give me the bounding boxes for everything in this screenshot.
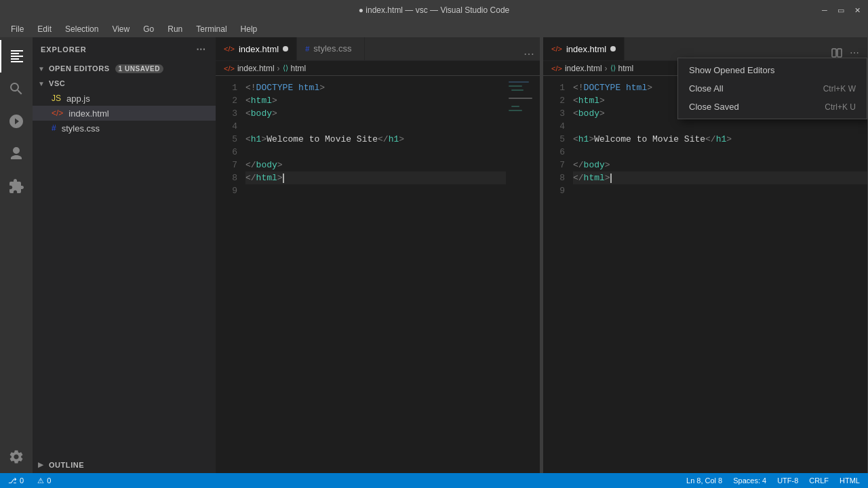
activity-extensions[interactable] [0, 170, 33, 203]
file-index-html[interactable]: </> index.html [33, 106, 216, 121]
new-file-icon[interactable]: ⋯ [194, 43, 208, 56]
svg-rect-1 [509, 85, 522, 87]
activity-git[interactable] [0, 105, 33, 138]
activity-debug[interactable] [0, 138, 33, 170]
code-editor-left[interactable]: 1234 56789 <!DOCTYPE html><html><body><h… [216, 76, 540, 473]
menu-run[interactable]: Run [162, 23, 188, 35]
status-errors[interactable]: ⚠ 0 [35, 476, 54, 485]
maximize-button[interactable]: ▭ [835, 5, 846, 16]
status-cursor[interactable]: Ln 8, Col 8 [684, 476, 725, 485]
editor-pane-left: </> index.html # styles.css ⋯ </> index.… [216, 37, 540, 473]
git-branch-icon: ⎇ [8, 476, 17, 485]
tab-label-index-html-right: index.html [566, 44, 606, 54]
status-language-label: HTML [840, 476, 860, 485]
breadcrumb-tag-right: html [618, 64, 634, 73]
menu-selection[interactable]: Selection [60, 23, 104, 35]
status-errors-label: 0 [47, 476, 51, 485]
js-file-icon: JS [52, 94, 61, 103]
dropdown-show-opened-editors[interactable]: Show Opened Editors [678, 61, 867, 79]
dropdown-close-all-shortcut: Ctrl+K W [823, 84, 856, 94]
dropdown-close-saved[interactable]: Close Saved Ctrl+K U [678, 98, 867, 116]
dropdown-close-saved-label: Close Saved [689, 102, 739, 112]
tab-index-html-left[interactable]: </> index.html [216, 37, 297, 60]
menu-view[interactable]: View [106, 23, 135, 35]
unsaved-badge: 1 UNSAVED [115, 64, 163, 73]
menu-terminal[interactable]: Terminal [191, 23, 232, 35]
svg-rect-6 [832, 49, 836, 57]
tab-file-icon-html-right: </> [551, 45, 562, 53]
file-index-html-label: index.html [68, 108, 108, 119]
status-encoding[interactable]: UTF-8 [774, 476, 801, 485]
status-eol-label: CRLF [809, 476, 829, 485]
breadcrumb-file: index.html [237, 64, 275, 73]
file-app-js[interactable]: JS app.js [33, 91, 216, 106]
svg-rect-7 [837, 49, 842, 57]
sidebar-header-icons: ⋯ [194, 43, 208, 56]
menu-go[interactable]: Go [138, 23, 159, 35]
title-bar: ● index.html — vsc — Visual Studio Code … [0, 0, 868, 20]
close-button[interactable]: ✕ [852, 5, 863, 16]
sidebar-title: EXPLORER [41, 45, 87, 54]
dropdown-close-saved-shortcut: Ctrl+K U [825, 102, 856, 112]
breadcrumb-file-icon-right: </> [551, 64, 562, 73]
breadcrumb-tag-icon-right: ⟨⟩ [610, 64, 616, 73]
minimize-button[interactable]: ─ [819, 5, 830, 16]
svg-rect-5 [509, 110, 522, 111]
tab-index-html-right[interactable]: </> index.html [543, 37, 625, 60]
status-spaces[interactable]: Spaces: 4 [730, 476, 769, 485]
menu-help[interactable]: Help [235, 23, 263, 35]
menu-bar: File Edit Selection View Go Run Terminal… [0, 20, 868, 37]
menu-file[interactable]: File [5, 23, 29, 35]
tab-modified-dot-right [610, 46, 616, 52]
outline-section[interactable]: ▶ OUTLINE [33, 456, 216, 473]
code-content-left[interactable]: <!DOCTYPE html><html><body><h1>Welcome t… [243, 76, 506, 473]
breadcrumb-sep-right: › [605, 64, 608, 73]
breadcrumb-left: </> index.html › ⟨⟩ html [216, 61, 540, 76]
tab-file-icon-css: # [305, 45, 309, 53]
editor-pane-right: </> index.html ⋯ </> index.html [543, 37, 868, 473]
status-language[interactable]: HTML [837, 476, 863, 485]
breadcrumb-file-icon: </> [224, 64, 235, 73]
activity-settings[interactable] [0, 441, 33, 473]
svg-rect-0 [509, 81, 529, 83]
file-styles-css[interactable]: # styles.css [33, 121, 216, 136]
line-numbers-left: 1234 56789 [216, 76, 243, 473]
tab-file-icon-html: </> [224, 45, 235, 53]
tab-label-index-html: index.html [239, 44, 279, 54]
breadcrumb-sep: › [277, 64, 280, 73]
dropdown-close-all[interactable]: Close All Ctrl+K W [678, 79, 867, 98]
tab-bar-left: </> index.html # styles.css ⋯ [216, 37, 540, 61]
code-content-right[interactable]: <!DOCTYPE html><html><body><h1>Welcome t… [570, 76, 867, 473]
editor-area: </> index.html # styles.css ⋯ </> index.… [216, 37, 868, 473]
svg-rect-4 [511, 106, 519, 107]
code-editor-right[interactable]: 1234 56789 <!DOCTYPE html><html><body><h… [543, 76, 867, 473]
file-app-js-label: app.js [66, 94, 90, 104]
status-encoding-label: UTF-8 [777, 476, 798, 485]
status-cursor-label: Ln 8, Col 8 [686, 476, 722, 485]
outline-label: OUTLINE [49, 461, 84, 469]
menu-edit[interactable]: Edit [32, 23, 57, 35]
sidebar-spacer [33, 136, 216, 456]
open-editors-label: OPEN EDITORS [49, 64, 110, 73]
dropdown-show-opened-editors-label: Show Opened Editors [689, 65, 774, 75]
file-styles-css-label: styles.css [62, 123, 100, 134]
status-eol[interactable]: CRLF [806, 476, 831, 485]
tab-styles-css-left[interactable]: # styles.css [297, 37, 365, 60]
open-editors-section[interactable]: ▼ OPEN EDITORS 1 UNSAVED [33, 61, 216, 76]
status-git[interactable]: ⎇ 0 [5, 476, 26, 485]
vsc-section[interactable]: ▼ VSC [33, 76, 216, 91]
editor-panes: </> index.html # styles.css ⋯ </> index.… [216, 37, 868, 473]
line-numbers-right: 1234 56789 [543, 76, 570, 473]
context-menu: Show Opened Editors Close All Ctrl+K W C… [677, 58, 867, 119]
tab-label-styles-css: styles.css [313, 43, 351, 54]
status-right: Ln 8, Col 8 Spaces: 4 UTF-8 CRLF HTML [684, 476, 863, 485]
svg-rect-3 [509, 98, 532, 99]
breadcrumb-tag-icon: ⟨⟩ [283, 64, 288, 73]
activity-search[interactable] [0, 73, 33, 105]
tab-more-left[interactable]: ⋯ [524, 47, 534, 60]
open-editors-chevron: ▼ [38, 65, 46, 73]
main-layout: EXPLORER ⋯ ▼ OPEN EDITORS 1 UNSAVED ▼ VS… [0, 37, 868, 473]
activity-explorer[interactable] [0, 40, 33, 73]
sidebar-header: EXPLORER ⋯ [33, 37, 216, 61]
dropdown-close-all-label: Close All [689, 83, 724, 94]
